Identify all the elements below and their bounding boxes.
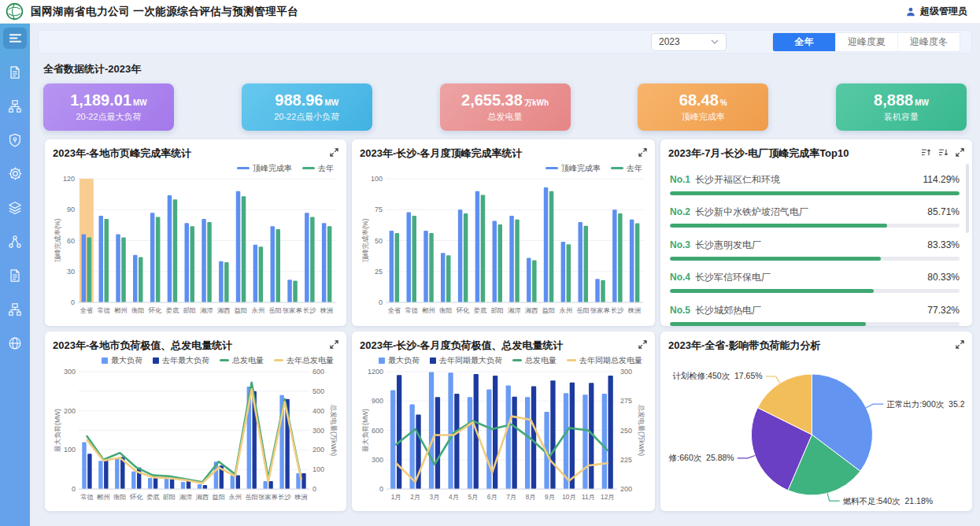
svg-text:株洲: 株洲 [627, 306, 642, 314]
legend-item[interactable]: 去年最大负荷 [153, 355, 209, 366]
progress-fill [670, 322, 866, 326]
legend-item[interactable]: 总发电量 [220, 355, 264, 366]
plant-name: 长沙惠明发电厂 [695, 239, 761, 252]
sort-descending-icon[interactable] [938, 148, 949, 157]
bar-chart-changsha-peak[interactable]: 0255075100全省常德郴州衡阳怀化娄底邵阳湘潭湘西益阳永州岳阳张家界长沙株… [360, 173, 647, 317]
bar-chart-city-peak[interactable]: 0306090120全省常德郴州衡阳怀化娄底邵阳湘潭湘西益阳永州岳阳张家界长沙株… [53, 173, 338, 317]
chart-legend[interactable]: 顶峰完成率去年 [360, 163, 642, 173]
sidebar [0, 24, 30, 526]
expand-icon[interactable] [956, 340, 964, 349]
svg-text:怀化: 怀化 [129, 493, 143, 501]
svg-text:500: 500 [312, 387, 324, 395]
chart-legend[interactable]: 最大负荷去年最大负荷总发电量去年总发电量 [53, 355, 334, 365]
svg-text:永州: 永州 [560, 306, 573, 314]
sidebar-item-8-sitemap[interactable] [3, 298, 27, 320]
sidebar-item-7-document[interactable] [3, 265, 27, 286]
svg-text:0: 0 [72, 485, 76, 493]
svg-text:300: 300 [312, 427, 324, 435]
legend-item[interactable]: 去年同期总发电量 [567, 355, 642, 366]
legend-item[interactable]: 最大负荷 [102, 355, 142, 366]
period-button-1[interactable]: 迎峰度夏 [835, 33, 897, 51]
expand-icon[interactable] [638, 148, 647, 157]
legend-item[interactable]: 最大负荷 [379, 355, 420, 366]
stat-unit: MW [324, 98, 338, 107]
sidebar-item-6-share-nodes[interactable] [3, 231, 27, 252]
user-badge[interactable]: 超级管理员 [905, 5, 967, 18]
combo-chart-changsha-load[interactable]: 200225250275300030060090012001月2月3月4月5月6… [360, 365, 647, 504]
svg-text:衡阳: 衡阳 [439, 306, 453, 314]
svg-text:娄底: 娄底 [146, 493, 160, 501]
stat-card-4: 8,888MW 装机容量 [836, 83, 967, 131]
sort-ascending-icon[interactable] [921, 148, 931, 157]
svg-text:长沙: 长沙 [278, 493, 291, 501]
share-nodes-icon [8, 235, 22, 249]
plant-name: 长沙军信环保电厂 [695, 271, 771, 284]
svg-text:100: 100 [312, 465, 324, 473]
shield-icon [8, 133, 22, 147]
stat-label: 20-22点最小负荷 [274, 111, 339, 123]
sidebar-item-3-shield[interactable] [3, 129, 27, 150]
panel-changsha-peak: 2023年-长沙-各月度顶峰完成率统计顶峰完成率去年0255075100全省常德… [352, 139, 655, 326]
expand-icon[interactable] [330, 148, 338, 157]
chart-legend[interactable]: 最大负荷去年同期最大负荷总发电量去年同期总发电量 [360, 355, 642, 365]
svg-text:益阳: 益阳 [235, 306, 248, 314]
svg-text:常德: 常德 [97, 306, 110, 314]
combo-chart-city-load[interactable]: 01002003004005006000100200300常德郴州衡阳怀化娄底邵… [53, 365, 338, 504]
sidebar-item-0-menu[interactable] [3, 28, 27, 49]
plant-name: 长沙开福区仁和环境 [695, 173, 780, 187]
legend-item[interactable]: 顶峰完成率 [545, 163, 601, 174]
top10-row-3[interactable]: No.3 长沙惠明发电厂 83.33% [670, 239, 960, 261]
svg-text:100: 100 [64, 446, 76, 454]
svg-text:娄底: 娄底 [166, 306, 179, 314]
sidebar-item-4-gear[interactable] [3, 163, 27, 184]
sidebar-item-2-sitemap[interactable] [3, 95, 27, 117]
svg-text:湘潭: 湘潭 [200, 306, 213, 314]
expand-icon[interactable] [638, 340, 647, 349]
list-scrollbar[interactable] [966, 164, 969, 233]
svg-text:75: 75 [375, 206, 383, 213]
expand-icon[interactable] [956, 148, 964, 157]
svg-text:湘潭: 湘潭 [179, 493, 193, 501]
legend-item[interactable]: 去年同期最大负荷 [430, 355, 502, 366]
chart-legend[interactable]: 顶峰完成率去年 [53, 163, 334, 173]
period-button-0[interactable]: 全年 [773, 33, 835, 51]
legend-item[interactable]: 总发电量 [512, 355, 557, 366]
svg-text:1月: 1月 [391, 493, 401, 501]
top10-row-5[interactable]: No.5 长沙城郊热电厂 77.32% [670, 304, 960, 326]
legend-item[interactable]: 去年 [611, 163, 642, 174]
progress-track [670, 322, 960, 326]
svg-text:12月: 12月 [601, 493, 615, 501]
completion-value: 83.33% [927, 239, 960, 250]
legend-item[interactable]: 顶峰完成率 [237, 163, 292, 174]
legend-item[interactable]: 去年总发电量 [274, 355, 334, 366]
progress-fill [670, 224, 887, 228]
top10-row-2[interactable]: No.2 长沙新中水铁炉坡沼气电厂 85.71% [670, 206, 960, 228]
svg-text:90: 90 [67, 206, 75, 213]
top10-row-4[interactable]: No.4 长沙军信环保电厂 80.33% [670, 271, 960, 293]
sidebar-item-5-layers[interactable] [3, 197, 27, 218]
sidebar-item-9-globe[interactable] [3, 332, 27, 354]
pie-chart-impact-pie[interactable]: 正常出力:900次 35.29%燃料不足:540次 21.18%故障检修:660… [668, 353, 964, 509]
progress-track [670, 191, 960, 195]
svg-text:株洲: 株洲 [294, 493, 308, 501]
rank-label: No.1 [670, 174, 690, 185]
period-button-2[interactable]: 迎峰度冬 [897, 33, 960, 51]
svg-text:张家界: 张家界 [590, 306, 610, 314]
progress-fill [670, 191, 960, 195]
svg-text:永州: 永州 [229, 493, 242, 501]
year-select[interactable]: 2023 [651, 33, 727, 51]
app-root: 国网湖南省电力公司 一次能源综合评估与预测管理平台 超级管理员 2023 全年迎… [0, 0, 980, 526]
svg-text:30: 30 [67, 268, 75, 276]
expand-icon[interactable] [330, 340, 338, 349]
sidebar-item-1-document[interactable] [3, 61, 27, 83]
stat-value: 8,888MW [874, 92, 929, 108]
panel-city-load: 2023年-各地市负荷极值、总发电量统计最大负荷去年最大负荷总发电量去年总发电量… [45, 332, 346, 511]
globe-icon [8, 336, 22, 350]
progress-track [670, 289, 960, 293]
top10-row-1[interactable]: No.1 长沙开福区仁和环境 114.29% [670, 173, 960, 195]
stat-unit: MW [915, 98, 929, 107]
svg-text:永州: 永州 [252, 306, 265, 314]
svg-text:株洲: 株洲 [320, 306, 334, 314]
legend-item[interactable]: 去年 [302, 163, 334, 174]
year-select-value: 2023 [659, 36, 680, 47]
